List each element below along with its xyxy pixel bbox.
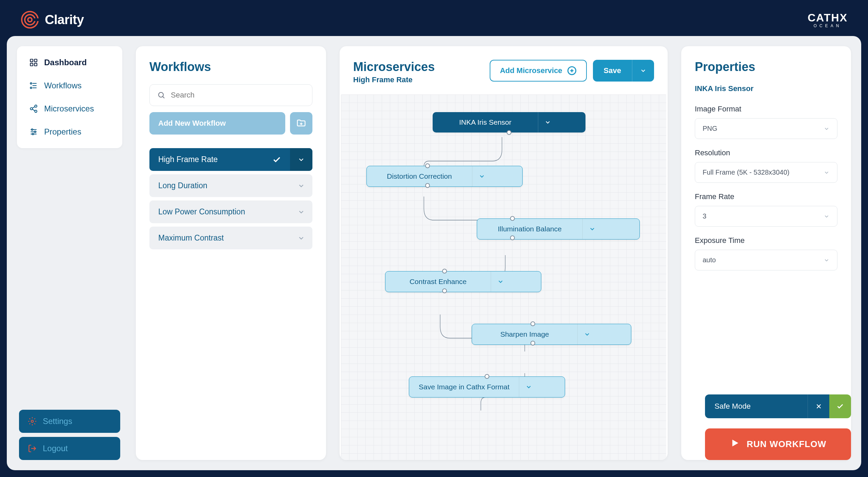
workflow-item-main[interactable]: Long Duration (149, 174, 290, 197)
property-label: Exposure Time (695, 236, 837, 245)
check-icon (836, 403, 844, 410)
node-label: Sharpen Image (472, 324, 577, 344)
safe-mode-on[interactable] (829, 394, 851, 418)
workflow-item[interactable]: Maximum Contrast (149, 227, 312, 249)
search-box[interactable] (149, 84, 312, 106)
node-expand[interactable] (538, 112, 557, 132)
svg-point-8 (30, 83, 32, 84)
nav-item-dashboard[interactable]: Dashboard (22, 51, 117, 74)
save-button[interactable]: Save (593, 60, 632, 82)
node-sharpen-image[interactable]: Sharpen Image (472, 324, 631, 345)
workflow-canvas[interactable]: INKA Iris Sensor Distortion Correction I… (341, 94, 666, 460)
brand-logo: Clarity (20, 10, 84, 29)
workflow-expand[interactable] (290, 200, 312, 223)
settings-button[interactable]: Settings (19, 410, 120, 433)
run-workflow-button[interactable]: RUN WORKFLOW (705, 428, 851, 460)
nav-item-properties[interactable]: Properties (22, 120, 117, 143)
logout-button[interactable]: Logout (19, 437, 120, 460)
brand-name: Clarity (45, 13, 84, 27)
property-value: auto (703, 256, 716, 264)
chevron-down-icon (525, 384, 532, 390)
node-expand[interactable] (472, 166, 491, 187)
svg-point-21 (32, 129, 33, 130)
image-format-select[interactable]: PNG (695, 118, 837, 139)
microservices-title: Microservices (353, 60, 435, 74)
chevron-down-icon (589, 226, 596, 232)
workflow-expand[interactable] (290, 227, 312, 249)
nav-item-workflows[interactable]: Workflows (22, 74, 117, 97)
overlay-actions: Safe Mode RUN WORKFLOW (705, 394, 851, 460)
microservices-subtitle: High Frame Rate (353, 75, 435, 84)
properties-subtitle: INKA Iris Sensor (695, 84, 837, 93)
connector-dot (425, 163, 430, 168)
resolution-select[interactable]: Full Frame (5K - 5328x3040) (695, 162, 837, 183)
microservices-actions: Add Microservice Save (490, 60, 654, 82)
svg-point-15 (35, 110, 37, 112)
search-icon (157, 91, 165, 99)
node-label: Contrast Enhance (385, 271, 491, 292)
property-group: Resolution Full Frame (5K - 5328x3040) (695, 148, 837, 183)
nav-item-microservices[interactable]: Microservices (22, 97, 117, 120)
workflow-label: Maximum Contrast (158, 233, 224, 243)
safe-mode-off[interactable] (808, 394, 829, 418)
run-label: RUN WORKFLOW (747, 439, 826, 449)
node-expand[interactable] (491, 271, 510, 292)
workflow-item-main[interactable]: Maximum Contrast (149, 227, 290, 249)
add-workflow-button[interactable]: Add New Workflow (149, 112, 285, 135)
microservices-panel: Microservices High Frame Rate Add Micros… (340, 46, 668, 460)
workflow-expand[interactable] (290, 174, 312, 197)
share-icon (29, 104, 38, 113)
property-value: 3 (703, 212, 706, 220)
folder-button[interactable] (290, 112, 312, 135)
svg-rect-7 (34, 63, 37, 66)
node-illumination-balance[interactable]: Illumination Balance (477, 218, 640, 240)
workflow-expand[interactable] (290, 148, 312, 171)
chevron-down-icon (478, 173, 485, 180)
workflow-item[interactable]: High Frame Rate (149, 148, 312, 171)
chevron-down-icon (824, 126, 830, 132)
workflow-label: High Frame Rate (158, 155, 218, 164)
connector-dot (425, 183, 430, 188)
connector-dot (442, 288, 447, 293)
connector-dot (510, 235, 515, 240)
search-input[interactable] (171, 91, 305, 100)
workflow-item[interactable]: Low Power Consumption (149, 200, 312, 223)
chevron-down-icon (544, 119, 551, 126)
node-save-image[interactable]: Save Image in Cathx Format (409, 376, 565, 398)
connector-dot (507, 130, 511, 135)
connector-dot (530, 321, 535, 326)
frame-rate-select[interactable]: 3 (695, 206, 837, 227)
save-dropdown[interactable] (632, 60, 654, 82)
node-expand[interactable] (577, 324, 596, 344)
node-expand[interactable] (519, 377, 538, 397)
exposure-time-select[interactable]: auto (695, 250, 837, 270)
company-logo: CATHX OCEAN (808, 12, 848, 28)
svg-point-2 (28, 18, 32, 22)
add-workflow-row: Add New Workflow (149, 112, 312, 135)
workflow-icon (29, 81, 38, 90)
node-label: INKA Iris Sensor (433, 112, 538, 132)
workflow-item[interactable]: Long Duration (149, 174, 312, 197)
connector-dot (442, 269, 447, 273)
node-inka-iris-sensor[interactable]: INKA Iris Sensor (433, 112, 585, 132)
play-icon (730, 438, 740, 450)
node-label: Distortion Correction (367, 166, 472, 187)
node-expand[interactable] (582, 219, 601, 239)
company-name: CATHX (808, 12, 848, 24)
workflow-item-main[interactable]: High Frame Rate (149, 148, 290, 171)
microservices-header: Microservices High Frame Rate Add Micros… (340, 60, 668, 94)
add-microservice-button[interactable]: Add Microservice (490, 60, 586, 82)
workflow-item-main[interactable]: Low Power Consumption (149, 200, 290, 223)
node-contrast-enhance[interactable]: Contrast Enhance (385, 271, 541, 292)
gear-icon (28, 417, 37, 426)
grid-icon (29, 58, 38, 67)
node-distortion-correction[interactable]: Distortion Correction (366, 166, 523, 187)
property-group: Exposure Time auto (695, 236, 837, 270)
chevron-down-icon (497, 278, 504, 285)
property-group: Frame Rate 3 (695, 192, 837, 227)
settings-label: Settings (43, 417, 72, 426)
svg-point-14 (30, 108, 33, 110)
connector-dot (530, 341, 535, 346)
nav-label: Workflows (44, 81, 82, 90)
property-label: Image Format (695, 105, 837, 113)
